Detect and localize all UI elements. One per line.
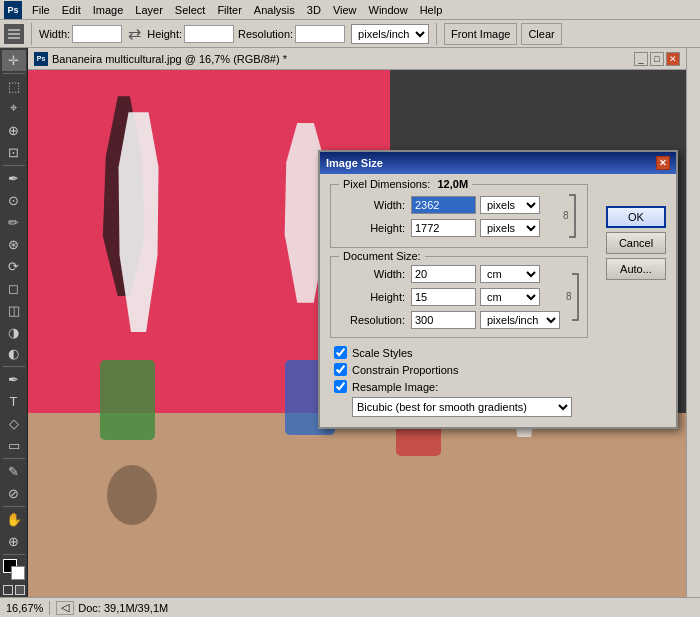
menu-filter[interactable]: Filter (211, 0, 247, 20)
resolution-field-unit[interactable]: pixels/inch (480, 311, 560, 329)
toolbar-separator-1 (31, 23, 32, 45)
tool-options-icon (4, 24, 24, 44)
link-icon: ⇄ (128, 24, 141, 43)
doc-size: Doc: 39,1M/39,1M (78, 602, 168, 614)
ok-button[interactable]: OK (606, 206, 666, 228)
clone-tool[interactable]: ⊛ (2, 234, 26, 255)
minimize-button[interactable]: _ (634, 52, 648, 66)
eyedropper2-tool[interactable]: ⊘ (2, 483, 26, 504)
width-group: Width: (39, 25, 122, 43)
menu-layer[interactable]: Layer (129, 0, 169, 20)
dialog-buttons: OK Cancel Auto... (606, 206, 666, 280)
clear-button[interactable]: Clear (521, 23, 561, 45)
pixel-height-input[interactable] (411, 219, 476, 237)
resample-select-container: Bicubic (best for smooth gradients) (334, 397, 662, 417)
pixel-width-label: Width: (341, 199, 411, 211)
resolution-field-input[interactable] (411, 311, 476, 329)
resolution-group: Resolution: pixels/inch (238, 24, 429, 44)
healing-tool[interactable]: ⊙ (2, 190, 26, 211)
pixel-fields-container: Width: pixels Height: (341, 193, 577, 239)
options-toolbar: Width: ⇄ Height: Resolution: pixels/inch… (0, 20, 700, 48)
normal-mode-icon[interactable] (3, 585, 13, 595)
quick-select-tool[interactable]: ⊕ (2, 120, 26, 141)
scale-styles-checkbox[interactable] (334, 346, 347, 359)
gradient-tool[interactable]: ◫ (2, 300, 26, 321)
marquee-tool[interactable]: ⬚ (2, 76, 26, 97)
constrain-proportions-checkbox[interactable] (334, 363, 347, 376)
document-controls: _ □ ✕ (634, 52, 680, 66)
svg-rect-0 (8, 29, 20, 31)
history-tool[interactable]: ⟳ (2, 256, 26, 277)
tool-separator-4 (3, 458, 25, 459)
doc-height-label: Height: (341, 291, 411, 303)
dialog-body: OK Cancel Auto... Pixel Dimensions: 12,0… (320, 174, 676, 427)
doc-inputs: Width: cm Height: (341, 265, 560, 329)
notes-tool[interactable]: ✎ (2, 461, 26, 482)
maximize-button[interactable]: □ (650, 52, 664, 66)
right-panel (686, 48, 700, 597)
pixel-height-row: Height: pixels (341, 219, 557, 237)
menu-window[interactable]: Window (363, 0, 414, 20)
statusbar-separator (49, 601, 50, 615)
resolution-field-label: Resolution: (341, 314, 411, 326)
cancel-button[interactable]: Cancel (606, 232, 666, 254)
menu-image[interactable]: Image (87, 0, 130, 20)
blur-tool[interactable]: ◑ (2, 322, 26, 343)
resample-method-select[interactable]: Bicubic (best for smooth gradients) (352, 397, 572, 417)
doc-height-unit[interactable]: cm (480, 288, 540, 306)
close-button[interactable]: ✕ (666, 52, 680, 66)
doc-width-unit[interactable]: cm (480, 265, 540, 283)
menu-select[interactable]: Select (169, 0, 212, 20)
pixel-dimensions-value: 12,0M (437, 178, 468, 190)
mask-mode-icon[interactable] (15, 585, 25, 595)
menu-analysis[interactable]: Analysis (248, 0, 301, 20)
tool-separator-6 (3, 554, 25, 555)
zoom-tool[interactable]: ⊕ (2, 531, 26, 552)
menu-3d[interactable]: 3D (301, 0, 327, 20)
figure-head-1 (107, 465, 157, 525)
eyedropper-tool[interactable]: ✒ (2, 168, 26, 189)
menu-edit[interactable]: Edit (56, 0, 87, 20)
resolution-unit-select[interactable]: pixels/inch (351, 24, 429, 44)
doc-width-input[interactable] (411, 265, 476, 283)
tool-separator-2 (3, 165, 25, 166)
dialog-titlebar: Image Size ✕ (320, 152, 676, 174)
pen-tool[interactable]: ✒ (2, 369, 26, 390)
type-tool[interactable]: T (2, 391, 26, 412)
doc-fields-container: Width: cm Height: (341, 265, 577, 329)
tool-separator-3 (3, 366, 25, 367)
dialog-title: Image Size (326, 157, 383, 169)
eraser-tool[interactable]: ◻ (2, 278, 26, 299)
resample-image-label: Resample Image: (352, 381, 438, 393)
hand-tool[interactable]: ✋ (2, 509, 26, 530)
auto-button[interactable]: Auto... (606, 258, 666, 280)
front-image-button[interactable]: Front Image (444, 23, 517, 45)
image-size-dialog: Image Size ✕ OK Cancel Auto... (318, 150, 678, 429)
height-input[interactable] (184, 25, 234, 43)
pixel-height-unit[interactable]: pixels (480, 219, 540, 237)
menu-file[interactable]: File (26, 0, 56, 20)
foreground-background-colors[interactable] (3, 559, 25, 580)
pixel-width-input[interactable] (411, 196, 476, 214)
path-tool[interactable]: ◇ (2, 413, 26, 434)
scale-styles-label: Scale Styles (352, 347, 413, 359)
move-tool[interactable]: ✛ (2, 50, 26, 71)
resolution-input[interactable] (295, 25, 345, 43)
menu-view[interactable]: View (327, 0, 363, 20)
resample-image-checkbox[interactable] (334, 380, 347, 393)
lasso-tool[interactable]: ⌖ (2, 98, 26, 119)
height-label: Height: (147, 28, 182, 40)
svg-text:8: 8 (566, 291, 572, 302)
dialog-close-button[interactable]: ✕ (656, 156, 670, 170)
tool-separator-5 (3, 506, 25, 507)
dodge-tool[interactable]: ◐ (2, 344, 26, 365)
crop-tool[interactable]: ⊡ (2, 142, 26, 163)
statusbar-nav-left[interactable]: ◁ (56, 601, 74, 615)
menu-help[interactable]: Help (414, 0, 449, 20)
brush-tool[interactable]: ✏ (2, 212, 26, 233)
width-input[interactable] (72, 25, 122, 43)
doc-height-input[interactable] (411, 288, 476, 306)
shape-tool[interactable]: ▭ (2, 435, 26, 456)
pixel-width-unit[interactable]: pixels (480, 196, 540, 214)
figure-shirt-1 (100, 360, 155, 440)
